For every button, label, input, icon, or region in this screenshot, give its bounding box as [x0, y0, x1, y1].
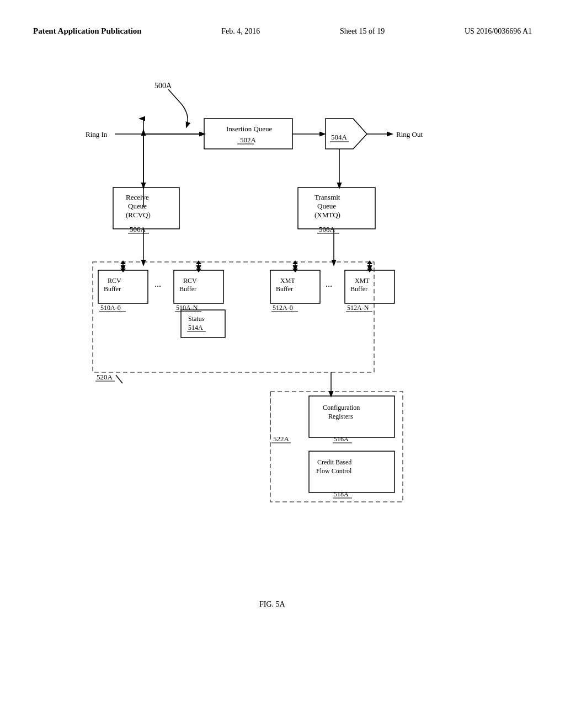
xmt-buf-n-label2: Buffer [350, 285, 367, 293]
credit-label1: Credit Based [317, 458, 351, 466]
xmt-buf-0-label2: Buffer [276, 285, 293, 293]
ring-out-label: Ring Out [396, 130, 423, 138]
xmt-buf-0-label1: XMT [280, 277, 295, 285]
label-512A-N: 512A-N [347, 304, 369, 312]
xmt-queue-xmtq: (XMTQ) [315, 211, 340, 219]
label-512A-0: 512A-0 [273, 304, 293, 312]
rcv-queue-label2: Queue [128, 202, 147, 210]
status-box [181, 310, 225, 338]
status-label: Status [188, 315, 205, 323]
insertion-queue-label: Insertion Queue [226, 125, 273, 133]
dashed-box-520A [93, 262, 374, 372]
rcv-buf-0-label1: RCV [108, 277, 121, 285]
page-header: Patent Application Publication Feb. 4, 2… [33, 26, 532, 36]
label-508A: 508A [319, 225, 335, 233]
rcv-queue-rcvq: (RCVQ) [126, 211, 151, 219]
rcv-dots: ··· [154, 282, 161, 291]
xmt-queue-label2: Queue [317, 202, 336, 210]
svg-line-0 [168, 89, 182, 105]
publication-date: Feb. 4, 2016 [221, 27, 260, 36]
page: Patent Application Publication Feb. 4, 2… [0, 0, 565, 728]
label-520A: 520A [97, 373, 113, 381]
sheet-info: Sheet 15 of 19 [340, 27, 385, 36]
rcv-buf-n-label2: Buffer [179, 285, 196, 293]
label-516A: 516A [334, 435, 349, 443]
label-504A: 504A [331, 133, 348, 141]
xmt-queue-label1: Transmit [315, 193, 340, 201]
label-500A: 500A [154, 82, 172, 90]
rcv-buf-n-label1: RCV [183, 277, 197, 285]
label-514A: 514A [188, 324, 203, 331]
rcv-buf-0-label2: Buffer [104, 285, 121, 293]
xmt-buf-n-label1: XMT [355, 277, 370, 285]
ring-in-label: Ring In [86, 130, 108, 138]
fig-caption: FIG. 5A [259, 600, 286, 608]
config-reg-label2: Registers [328, 413, 353, 420]
label-518A: 518A [334, 490, 349, 498]
credit-label2: Flow Control [316, 467, 352, 475]
label-502A: 502A [240, 136, 257, 144]
label-510A-N: 510A-N [176, 304, 198, 312]
publication-title: Patent Application Publication [33, 26, 142, 36]
patent-number: US 2016/0036696 A1 [465, 27, 532, 36]
rcv-queue-label1: Receive [126, 193, 149, 201]
svg-line-18 [116, 375, 122, 383]
config-reg-label1: Configuration [323, 404, 360, 411]
label-522A: 522A [273, 435, 290, 443]
diagram-svg: 500A Insertion Queue 502A Ring In 504A R… [17, 55, 546, 662]
insertion-queue-box [204, 119, 292, 149]
xmt-dots: ··· [326, 282, 332, 291]
label-510A-0: 510A-0 [100, 304, 121, 312]
